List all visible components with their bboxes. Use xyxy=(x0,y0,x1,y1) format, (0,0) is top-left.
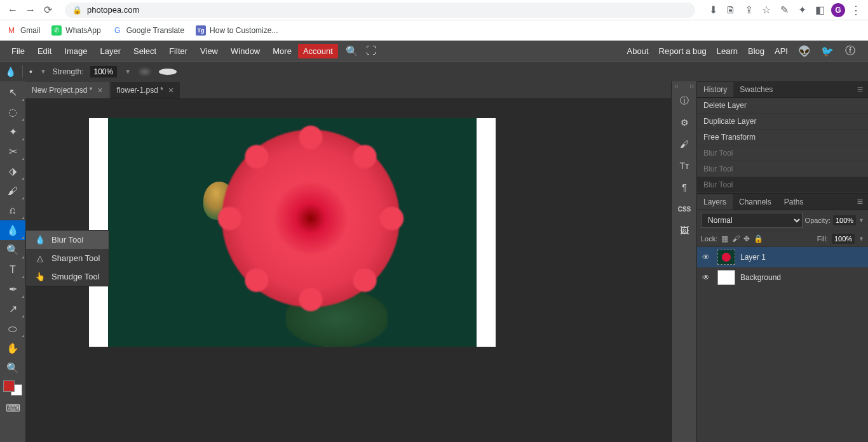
history-item[interactable]: Blur Tool xyxy=(697,161,868,177)
twitter-icon[interactable]: 🐦 xyxy=(821,44,834,57)
reddit-icon[interactable]: 👽 xyxy=(798,44,811,57)
menu-view[interactable]: View xyxy=(194,43,224,60)
css-panel-icon[interactable]: CSS xyxy=(672,198,697,220)
layer-thumbnail[interactable] xyxy=(717,250,735,265)
menu-layer[interactable]: Layer xyxy=(94,43,128,60)
panel-collapse-arrows[interactable]: ‹‹›› xyxy=(672,81,696,90)
info-panel-icon[interactable]: ⓘ xyxy=(672,90,697,112)
visibility-icon[interactable]: 👁 xyxy=(702,253,712,262)
marquee-tool[interactable]: ◌ xyxy=(0,102,25,122)
history-item[interactable]: Delete Layer xyxy=(697,98,868,114)
brush-picker-icon[interactable]: • xyxy=(29,67,32,77)
type-tool[interactable]: T xyxy=(0,260,25,279)
gallery-panel-icon[interactable]: 🖼 xyxy=(672,220,697,241)
wand-tool[interactable]: ✦ xyxy=(0,122,25,142)
foreground-color[interactable] xyxy=(3,380,15,392)
back-button[interactable]: ← xyxy=(6,4,19,17)
menu-edit[interactable]: Edit xyxy=(31,43,58,60)
lock-pixels-icon[interactable]: 🖌 xyxy=(732,234,740,243)
pen-tool[interactable]: ✒ xyxy=(0,279,25,299)
menu-more[interactable]: More xyxy=(266,43,298,60)
blend-mode-select[interactable]: Normal xyxy=(701,213,803,228)
panel-menu-icon[interactable]: ≡ xyxy=(852,84,868,95)
layer-row[interactable]: 👁 Background xyxy=(697,267,868,288)
layer-thumbnail[interactable] xyxy=(717,270,735,285)
clone-tool[interactable]: ⎌ xyxy=(0,201,25,220)
link-blog[interactable]: Blog xyxy=(748,46,764,56)
adjustments-panel-icon[interactable]: ⚙ xyxy=(672,112,697,133)
tool-preset-icon[interactable]: 💧 xyxy=(5,67,16,77)
visibility-icon[interactable]: 👁 xyxy=(702,273,712,282)
opacity-dropdown[interactable]: ▼ xyxy=(858,217,864,224)
forward-button[interactable]: → xyxy=(24,4,37,17)
eyedropper-tool[interactable]: ⬗ xyxy=(0,161,25,181)
canvas-area[interactable] xyxy=(25,99,671,442)
hand-tool[interactable]: ✋ xyxy=(0,338,25,358)
page-icon[interactable]: 🗎 xyxy=(724,4,737,17)
strength-dropdown[interactable]: ▼ xyxy=(125,68,131,75)
history-item[interactable]: Duplicate Layer xyxy=(697,114,868,130)
layer-row[interactable]: 👁 Layer 1 xyxy=(697,247,868,267)
path-tool[interactable]: ↗ xyxy=(0,299,25,319)
keyboard-icon[interactable]: ⌨ xyxy=(0,398,25,418)
reload-button[interactable]: ⟳ xyxy=(42,4,53,16)
tab-layers[interactable]: Layers xyxy=(697,194,733,210)
brushes-panel-icon[interactable]: 🖌 xyxy=(672,133,697,155)
eyedropper-icon[interactable]: ✎ xyxy=(778,4,790,17)
doc-tab-0[interactable]: New Project.psd * × xyxy=(25,82,109,98)
move-tool[interactable]: ↖ xyxy=(0,83,25,102)
shape-tool[interactable]: ⬭ xyxy=(0,319,25,338)
doc-tab-1[interactable]: flower-1.psd * × xyxy=(111,82,180,98)
tab-history[interactable]: History xyxy=(697,82,733,97)
browser-menu-button[interactable]: ⋮ xyxy=(850,3,862,17)
link-learn[interactable]: Learn xyxy=(717,46,738,56)
history-item[interactable]: Blur Tool xyxy=(697,177,868,193)
menu-file[interactable]: File xyxy=(5,43,31,60)
flyout-sharpen-tool[interactable]: △ Sharpen Tool xyxy=(26,249,109,267)
extensions-icon[interactable]: ✦ xyxy=(796,4,808,17)
tab-channels[interactable]: Channels xyxy=(733,194,778,210)
tab-swatches[interactable]: Swatches xyxy=(733,82,779,97)
search-icon[interactable]: 🔍 xyxy=(346,45,358,57)
brush-tool[interactable]: 🖌 xyxy=(0,181,25,201)
sidebar-icon[interactable]: ◧ xyxy=(813,4,826,17)
share-icon[interactable]: ⇪ xyxy=(742,4,755,17)
facebook-icon[interactable]: ⓕ xyxy=(844,44,857,57)
lock-transparency-icon[interactable]: ▦ xyxy=(721,234,728,243)
tab-paths[interactable]: Paths xyxy=(778,194,810,210)
flyout-blur-tool[interactable]: 💧 Blur Tool xyxy=(26,231,109,249)
strength-value[interactable]: 100% xyxy=(90,66,118,77)
tab-close-icon[interactable]: × xyxy=(168,85,173,95)
opacity-value[interactable]: 100% xyxy=(833,215,856,225)
paragraph-panel-icon[interactable]: ¶ xyxy=(672,177,697,198)
bookmark-gmail[interactable]: M Gmail xyxy=(6,25,40,36)
brush-preview-soft[interactable] xyxy=(137,67,153,77)
lock-position-icon[interactable]: ✥ xyxy=(743,234,750,243)
menu-filter[interactable]: Filter xyxy=(163,43,194,60)
profile-button[interactable]: G xyxy=(831,3,845,17)
brush-preview-hard[interactable] xyxy=(159,69,177,75)
star-icon[interactable]: ☆ xyxy=(760,4,773,17)
canvas[interactable] xyxy=(89,118,496,347)
fullscreen-icon[interactable]: ⛶ xyxy=(366,45,376,57)
url-bar[interactable]: 🔒 photopea.com xyxy=(65,3,695,18)
link-bug[interactable]: Report a bug xyxy=(659,46,707,56)
menu-window[interactable]: Window xyxy=(224,43,266,60)
blur-tool[interactable]: 💧 xyxy=(0,220,25,240)
zoom-tool[interactable]: 🔍 xyxy=(0,358,25,378)
panel-menu-icon[interactable]: ≡ xyxy=(852,196,868,208)
tab-close-icon[interactable]: × xyxy=(97,85,102,95)
history-item[interactable]: Free Transform xyxy=(697,130,868,145)
flyout-smudge-tool[interactable]: 👆 Smudge Tool xyxy=(26,267,109,286)
bookmark-whatsapp[interactable]: ✆ WhatsApp xyxy=(51,25,100,36)
menu-select[interactable]: Select xyxy=(127,43,163,60)
menu-image[interactable]: Image xyxy=(58,43,93,60)
color-swatch[interactable] xyxy=(3,380,22,396)
history-item[interactable]: Blur Tool xyxy=(697,145,868,161)
menu-account[interactable]: Account xyxy=(298,44,338,58)
fill-dropdown[interactable]: ▼ xyxy=(858,236,864,242)
character-panel-icon[interactable]: Tт xyxy=(672,155,697,177)
bookmark-customize[interactable]: Tg How to Customize... xyxy=(196,25,278,36)
bookmark-translate[interactable]: G Google Translate xyxy=(112,25,184,36)
brush-dropdown[interactable]: ▼ xyxy=(40,68,46,75)
